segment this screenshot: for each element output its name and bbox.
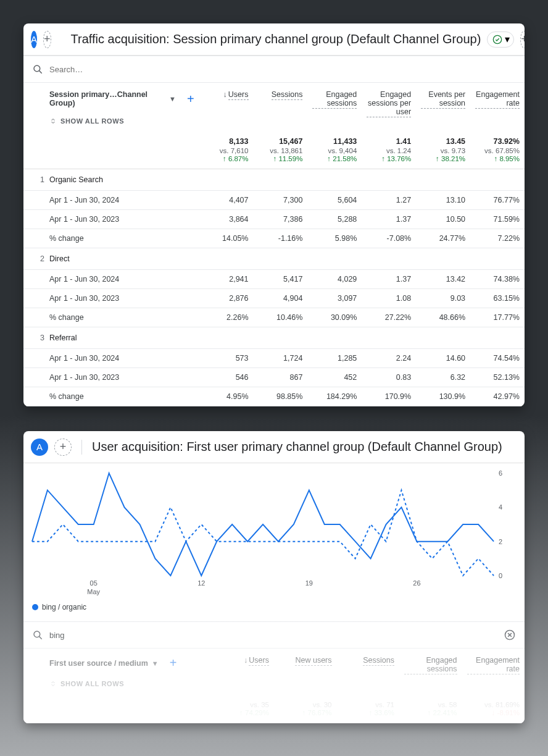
card-topbar: A + User acquisition: First user primary…: [23, 431, 525, 463]
table-row: Apr 1 - Jun 30, 20232,8764,9043,0971.089…: [23, 289, 525, 308]
table-row: Apr 1 - Jun 30, 20233,8647,3865,2881.371…: [23, 210, 525, 229]
search-input[interactable]: [49, 631, 504, 640]
svg-text:26: 26: [413, 579, 420, 587]
expand-icon: [49, 117, 57, 125]
report-title: Traffic acquisition: Session primary cha…: [71, 32, 481, 46]
col-new-users[interactable]: New users: [274, 649, 337, 696]
total-cell: 15,467 vs. 13,861 ↑ 11.59%: [254, 133, 308, 169]
data-table: First user source / medium ▼ + SHOW ALL …: [23, 649, 525, 723]
svg-text:May: May: [87, 588, 100, 595]
check-circle-icon: [492, 35, 502, 44]
caret-down-icon: ▾: [505, 33, 510, 45]
col-engaged-sessions[interactable]: Engaged sessions: [399, 649, 462, 696]
search-icon: [32, 64, 43, 75]
report-title: User acquisition: First user primary cha…: [92, 440, 502, 454]
card-topbar: A + Traffic acquisition: Session primary…: [23, 23, 525, 56]
show-all-rows-button[interactable]: SHOW ALL ROWS: [49, 680, 207, 687]
table-row: Apr 1 - Jun 30, 20244,4077,3005,6041.271…: [23, 191, 525, 210]
table-row: Apr 1 - Jun 30, 20235468674520.836.3252.…: [23, 368, 525, 387]
table-row[interactable]: 2Direct: [23, 248, 525, 270]
svg-text:19: 19: [305, 579, 313, 587]
col-users[interactable]: ↓Users: [199, 83, 254, 133]
total-cell: vs. 30 ↑ 76.67%: [274, 696, 337, 723]
caret-down-icon[interactable]: ▼: [152, 660, 159, 667]
col-events-per-session[interactable]: Events per session: [416, 83, 470, 133]
search-input[interactable]: [49, 65, 516, 74]
total-cell: 73.92% vs. 67.85% ↑ 8.95%: [470, 133, 525, 169]
clear-icon[interactable]: [504, 629, 516, 641]
col-engaged-per-user[interactable]: Engaged sessions per user: [362, 83, 416, 133]
divider: [81, 440, 82, 455]
col-engagement-rate[interactable]: Engagement rate: [470, 83, 525, 133]
search-bar[interactable]: [23, 56, 525, 83]
total-cell: 13.45 vs. 9.73 ↑ 38.21%: [416, 133, 470, 169]
svg-text:12: 12: [197, 579, 205, 587]
col-sessions[interactable]: Sessions: [254, 83, 308, 133]
traffic-acquisition-card: A + Traffic acquisition: Session primary…: [23, 23, 525, 406]
show-all-rows-button[interactable]: SHOW ALL ROWS: [49, 117, 194, 125]
add-dimension-button[interactable]: +: [170, 656, 177, 670]
svg-text:0: 0: [499, 572, 502, 579]
svg-text:05: 05: [90, 579, 98, 587]
legend-label: bing / organic: [42, 603, 86, 611]
total-cell: vs. 58 ↑ 22.41%: [399, 696, 462, 723]
add-comparison-button[interactable]: +: [54, 439, 72, 456]
total-cell: 8,133 vs. 7,610 ↑ 6.87%: [199, 133, 254, 169]
avatar[interactable]: A: [31, 31, 37, 48]
table-row: Apr 1 - Jun 30, 20242,9415,4174,0291.371…: [23, 270, 525, 289]
legend-dot-icon: [32, 604, 38, 610]
total-cell: vs. 71 ↑ 33.6%: [337, 696, 400, 723]
arrow-down-icon: ↓: [223, 90, 227, 99]
svg-point-0: [494, 35, 502, 43]
svg-text:2: 2: [499, 538, 502, 545]
add-dimension-button[interactable]: +: [187, 92, 194, 106]
total-cell: vs. 35 ↑ 74.29%: [212, 696, 275, 723]
svg-line-13: [39, 637, 42, 639]
user-acquisition-card: A + User acquisition: First user primary…: [23, 431, 525, 723]
chart-legend: bing / organic: [26, 600, 518, 616]
search-icon: [32, 629, 43, 640]
header-row: Session primary…Channel Group) ▼ + SHOW …: [23, 83, 525, 133]
dimension-label[interactable]: First user source / medium: [49, 659, 148, 668]
table-row: % change14.05%-1.16%5.98%-7.08%24.77%7.2…: [23, 229, 525, 248]
total-cell: 11,433 vs. 9,404 ↑ 21.58%: [307, 133, 362, 169]
add-comparison-button[interactable]: +: [43, 31, 51, 48]
svg-point-1: [34, 65, 40, 72]
add-button[interactable]: +: [520, 31, 525, 48]
svg-text:6: 6: [499, 469, 502, 477]
arrow-down-icon: ↓: [244, 656, 247, 665]
avatar[interactable]: A: [31, 439, 48, 456]
table-row: Apr 1 - Jun 30, 20245731,7241,2852.2414.…: [23, 349, 525, 368]
line-chart: 024605121926May bing / organic: [23, 463, 525, 621]
svg-text:4: 4: [499, 503, 502, 511]
table-row: % change2.26%10.46%30.09%27.22%48.66%17.…: [23, 308, 525, 327]
table-row[interactable]: 1Organic Search: [23, 169, 525, 191]
header-row: First user source / medium ▼ + SHOW ALL …: [23, 649, 525, 696]
table-row[interactable]: 3Referral: [23, 327, 525, 349]
totals-row: 8,133 vs. 7,610 ↑ 6.87% 15,467 vs. 13,86…: [23, 133, 525, 169]
totals-row: vs. 35 ↑ 74.29% vs. 30 ↑ 76.67% vs. 71 ↑…: [23, 696, 525, 723]
dimension-label[interactable]: Session primary…Channel Group): [49, 90, 165, 107]
svg-point-12: [34, 631, 40, 637]
search-bar[interactable]: [23, 621, 525, 649]
status-chip[interactable]: ▾: [487, 32, 514, 48]
col-engagement-rate[interactable]: Engagement rate: [462, 649, 525, 696]
col-sessions[interactable]: Sessions: [337, 649, 400, 696]
total-cell: vs. 81.69% ↓ -8.91%: [462, 696, 525, 723]
col-users[interactable]: ↓Users: [212, 649, 275, 696]
total-cell: 1.41 vs. 1.24 ↑ 13.76%: [362, 133, 416, 169]
expand-icon: [49, 680, 57, 687]
col-engaged-sessions[interactable]: Engaged sessions: [307, 83, 362, 133]
data-table: Session primary…Channel Group) ▼ + SHOW …: [23, 83, 525, 406]
caret-down-icon[interactable]: ▼: [169, 95, 176, 103]
svg-line-2: [39, 71, 42, 74]
table-row: % change4.95%98.85%184.29%170.9%130.9%42…: [23, 387, 525, 406]
